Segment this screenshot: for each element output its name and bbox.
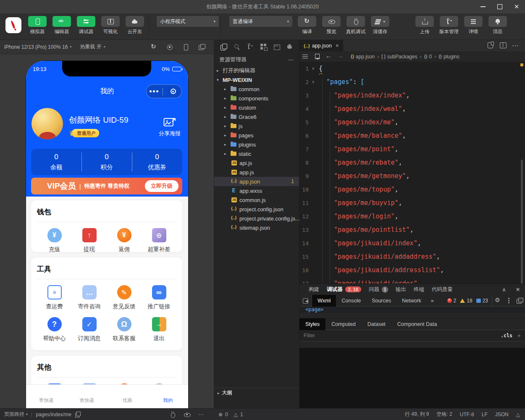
tool-item[interactable]: ✓ 订阅消息 bbox=[72, 317, 107, 346]
style-tab[interactable]: Computed bbox=[326, 318, 362, 330]
stat-item[interactable]: 0 余额 bbox=[31, 149, 81, 175]
editor-tab-appjson[interactable]: {..} app.json × bbox=[299, 40, 343, 51]
devtools-tab[interactable]: Wxml bbox=[312, 295, 336, 307]
problems-indicator[interactable]: ⊗0 △1 bbox=[218, 412, 246, 417]
menu-item[interactable] bbox=[55, 0, 65, 13]
tree-item[interactable]: ▸ Grace6 bbox=[214, 112, 299, 121]
sim-device-icon[interactable] bbox=[178, 44, 194, 50]
cls-label[interactable]: .cls bbox=[501, 333, 512, 339]
share-poster-button[interactable]: 分享海报 bbox=[159, 116, 181, 137]
tree-item[interactable]: ▸ js bbox=[214, 121, 299, 131]
outline-list-icon[interactable] bbox=[299, 53, 311, 60]
search-icon[interactable] bbox=[230, 43, 244, 50]
toolbar-action-button[interactable]: ▾ 真机调试 bbox=[344, 16, 368, 35]
toolbar-action-button[interactable]: ▾ 预览 bbox=[319, 16, 344, 35]
encoding[interactable]: UTF-8 bbox=[460, 412, 474, 417]
tool-item[interactable]: ∞ 推广链接 bbox=[142, 285, 176, 315]
tree-item[interactable]: ▸ custom bbox=[214, 103, 299, 112]
tree-item[interactable]: api.js bbox=[214, 158, 299, 168]
menu-item[interactable] bbox=[9, 0, 18, 13]
breadcrumb-item[interactable]: › {} plugins bbox=[432, 54, 459, 60]
menu-item[interactable] bbox=[74, 0, 83, 13]
copy-path-icon[interactable] bbox=[75, 412, 81, 417]
tree-item[interactable]: ▸ plugins bbox=[214, 140, 299, 149]
breadcrumb-item[interactable]: › {} 0 bbox=[417, 54, 432, 60]
menu-item[interactable] bbox=[0, 0, 9, 13]
git-branch-icon[interactable] bbox=[243, 43, 257, 50]
debugger-tab[interactable]: 代码质量 bbox=[432, 286, 453, 293]
page-path-label[interactable]: 页面路径 bbox=[4, 411, 24, 418]
tool-item[interactable]: Ω 联系客服 bbox=[107, 317, 142, 346]
toolbar-action-button[interactable]: ▾ 清缓存 bbox=[368, 16, 392, 35]
more-tabs-icon[interactable]: » bbox=[427, 298, 438, 304]
tool-item[interactable]: ≡ 查运费 bbox=[37, 285, 72, 315]
stat-item[interactable]: 0 积分 bbox=[81, 149, 132, 175]
tree-item[interactable]: app.wxss bbox=[214, 186, 299, 195]
wallet-item[interactable]: ¥ 返佣 bbox=[107, 228, 142, 252]
nav-back-icon[interactable] bbox=[323, 53, 335, 60]
minimize-button[interactable] bbox=[475, 0, 491, 13]
wallet-item[interactable]: ↑ 提现 bbox=[72, 228, 107, 252]
debugger-tab[interactable]: 终端 bbox=[414, 286, 424, 293]
style-tab[interactable]: Dataset bbox=[362, 318, 391, 330]
toolbar-release-button[interactable]: 消息 bbox=[486, 16, 510, 35]
statusbar-more-icon[interactable]: ⋯ bbox=[194, 412, 208, 417]
tool-item[interactable]: ✎ 意见反馈 bbox=[107, 285, 142, 315]
devtools-kebab-icon[interactable] bbox=[503, 297, 514, 304]
tree-item[interactable]: ▸ static bbox=[214, 149, 299, 158]
sim-refresh-icon[interactable] bbox=[146, 44, 162, 50]
element-tree-snippet[interactable]: <page> bbox=[299, 307, 525, 313]
sim-record-icon[interactable] bbox=[162, 44, 178, 50]
split-editor-icon[interactable] bbox=[484, 42, 496, 50]
tree-item[interactable]: ▸ pages bbox=[214, 131, 299, 140]
tool-item[interactable]: → 退出 bbox=[142, 317, 176, 346]
extensions-icon[interactable] bbox=[257, 43, 270, 50]
tool-item[interactable]: … 寄件咨询 bbox=[72, 285, 107, 315]
explorer-more-icon[interactable]: ⋯ bbox=[288, 57, 294, 63]
layout-columns-icon[interactable] bbox=[496, 42, 509, 50]
code-area[interactable]: 1∨{2∨"pages": [3"pages/index/index",4"pa… bbox=[299, 62, 525, 284]
toolbar-view-button[interactable]: 调试器 bbox=[74, 16, 98, 35]
menu-item[interactable] bbox=[65, 0, 74, 13]
close-panel-icon[interactable]: ✕ bbox=[511, 286, 525, 293]
tree-item[interactable]: ▾ MP-WEIXIN bbox=[214, 75, 299, 84]
toolbar-view-button[interactable]: 模拟器 bbox=[25, 16, 50, 35]
stat-item[interactable]: 0 优惠券 bbox=[132, 149, 182, 175]
upgrade-button[interactable]: 立即升级 bbox=[145, 180, 178, 192]
tree-item[interactable]: ▸ components bbox=[214, 94, 299, 103]
devtools-tab[interactable]: Sources bbox=[366, 295, 396, 307]
bookmark-icon[interactable] bbox=[311, 53, 323, 60]
indentation[interactable]: 空格: 2 bbox=[436, 411, 452, 418]
inspect-element-icon[interactable] bbox=[299, 295, 312, 306]
close-tab-icon[interactable]: × bbox=[336, 42, 339, 49]
style-tab[interactable]: Component Data bbox=[391, 318, 443, 330]
toolbar-release-button[interactable]: 详情 bbox=[461, 16, 486, 35]
statusbar-bug-icon[interactable] bbox=[165, 411, 180, 418]
menu-item[interactable] bbox=[46, 0, 55, 13]
tabbar-item[interactable]: 我的 bbox=[148, 385, 189, 405]
debugger-tab[interactable]: 调试器 2, 18 bbox=[327, 286, 361, 293]
devtools-settings-icon[interactable] bbox=[492, 297, 503, 304]
devtools-tab[interactable]: Console bbox=[336, 295, 366, 307]
device-select[interactable]: iPhone 12/13 (Pro) 100% 16▾ bbox=[0, 40, 76, 54]
menu-item[interactable] bbox=[92, 0, 102, 13]
debugger-tab[interactable]: 构建 bbox=[309, 286, 319, 293]
tool-item[interactable]: ? 帮助中心 bbox=[37, 317, 72, 346]
files-icon[interactable] bbox=[217, 43, 230, 50]
toolbar-release-button[interactable]: 版本管理 bbox=[437, 16, 461, 35]
vip-banner[interactable]: VIP会员 | 特惠寄件 尊贵特权 立即升级 bbox=[31, 178, 182, 194]
outline-section[interactable]: ▸大纲 bbox=[214, 388, 299, 398]
editor-scrollbar[interactable] bbox=[521, 160, 523, 284]
add-class-icon[interactable]: + bbox=[517, 332, 521, 339]
devtools-tab[interactable]: Network bbox=[396, 295, 427, 307]
style-tab[interactable]: Styles bbox=[299, 318, 326, 330]
more-dots-icon[interactable] bbox=[153, 90, 155, 92]
avatar[interactable] bbox=[32, 108, 63, 139]
tree-item[interactable]: ▸ common bbox=[214, 84, 299, 94]
toolbar-view-button[interactable]: 云开发 bbox=[123, 16, 147, 35]
sim-detach-icon[interactable] bbox=[194, 44, 210, 50]
editor-more-icon[interactable]: ⋯ bbox=[509, 42, 522, 50]
toolbar-view-button[interactable]: 可视化 bbox=[98, 16, 123, 35]
toolbar-release-button[interactable]: 上传 bbox=[412, 16, 437, 35]
collapse-panel-icon[interactable]: ∧ bbox=[497, 286, 511, 293]
